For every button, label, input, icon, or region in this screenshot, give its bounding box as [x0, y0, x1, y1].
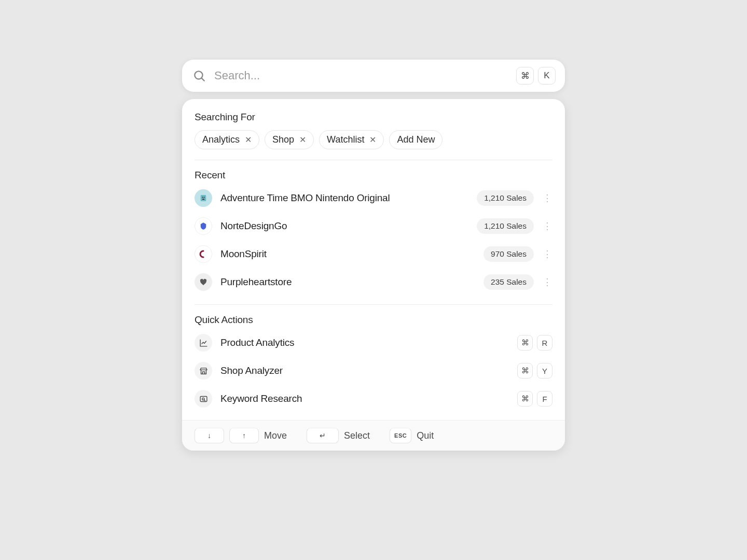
svg-rect-5	[202, 199, 205, 200]
filter-chip-shop[interactable]: Shop ✕	[265, 130, 314, 149]
search-bar: ⌘ K	[182, 60, 565, 92]
avatar	[195, 217, 212, 235]
hint-quit: ESC Quit	[390, 428, 434, 443]
filter-chips-row: Analytics ✕ Shop ✕ Watchlist ✕ Add New	[195, 130, 552, 149]
divider	[195, 304, 552, 305]
hint-label: Quit	[417, 430, 434, 441]
quick-action-keyword-research[interactable]: Keyword Research ⌘ F	[195, 387, 552, 411]
list-item-title: Purpleheartstore	[220, 276, 475, 288]
search-shortcut: ⌘ K	[516, 67, 556, 85]
filter-chip-label: Shop	[272, 134, 294, 145]
kbd-cmd: ⌘	[516, 67, 534, 85]
more-icon[interactable]: ⋮	[542, 277, 552, 287]
quick-action-shortcut: ⌘ F	[517, 391, 552, 407]
kbd-cmd: ⌘	[517, 363, 533, 379]
search-input[interactable]	[214, 69, 508, 82]
chart-icon	[195, 334, 212, 352]
sales-badge: 235 Sales	[483, 274, 534, 290]
kbd-key: F	[537, 391, 552, 407]
quick-action-shop-analyzer[interactable]: Shop Analyzer ⌘ Y	[195, 359, 552, 383]
arrow-up-icon: ↑	[229, 428, 259, 443]
more-icon[interactable]: ⋮	[542, 221, 552, 231]
list-item-title: MoonSpirit	[220, 248, 475, 260]
avatar	[195, 273, 212, 291]
divider	[195, 160, 552, 160]
avatar	[195, 245, 212, 263]
hint-move: ↓ ↑ Move	[195, 428, 287, 443]
list-item[interactable]: NorteDesignGo 1,210 Sales ⋮	[195, 214, 552, 238]
list-item-title: Adventure Time BMO Nintendo Original	[220, 192, 468, 204]
footer-hints: ↓ ↑ Move ↵ Select ESC Quit	[182, 420, 565, 451]
quick-action-product-analytics[interactable]: Product Analytics ⌘ R	[195, 331, 552, 355]
add-filter-button[interactable]: Add New	[389, 130, 442, 149]
filter-chip-watchlist[interactable]: Watchlist ✕	[319, 130, 384, 149]
storefront-icon	[195, 362, 212, 380]
list-item[interactable]: Purpleheartstore 235 Sales ⋮	[195, 270, 552, 294]
sales-badge: 1,210 Sales	[477, 218, 534, 234]
sales-badge: 970 Sales	[483, 246, 534, 262]
svg-point-3	[202, 197, 203, 198]
kbd-k: K	[538, 67, 556, 85]
list-item[interactable]: MoonSpirit 970 Sales ⋮	[195, 242, 552, 266]
avatar	[195, 189, 212, 207]
svg-line-8	[204, 400, 205, 401]
kbd-key: Y	[537, 363, 552, 379]
filter-chip-label: Analytics	[202, 134, 240, 145]
section-title-searching-for: Searching For	[195, 111, 552, 123]
hint-select: ↵ Select	[307, 428, 370, 443]
command-panel: Searching For Analytics ✕ Shop ✕ Watchli…	[182, 99, 565, 451]
kbd-cmd: ⌘	[517, 335, 533, 351]
svg-line-1	[202, 78, 204, 81]
enter-icon: ↵	[307, 428, 339, 443]
hint-label: Move	[264, 430, 287, 441]
hint-label: Select	[344, 430, 370, 441]
close-icon[interactable]: ✕	[299, 136, 306, 144]
close-icon[interactable]: ✕	[369, 136, 376, 144]
kbd-cmd: ⌘	[517, 391, 533, 407]
quick-action-title: Product Analytics	[220, 337, 509, 348]
more-icon[interactable]: ⋮	[542, 193, 552, 203]
quick-action-shortcut: ⌘ R	[517, 335, 552, 351]
close-icon[interactable]: ✕	[245, 136, 252, 144]
more-icon[interactable]: ⋮	[542, 249, 552, 259]
list-item-title: NorteDesignGo	[220, 220, 468, 232]
svg-rect-6	[200, 396, 207, 401]
sales-badge: 1,210 Sales	[477, 190, 534, 206]
search-box-icon	[195, 390, 212, 408]
esc-key: ESC	[390, 428, 411, 443]
arrow-down-icon: ↓	[195, 428, 224, 443]
quick-action-shortcut: ⌘ Y	[517, 363, 552, 379]
svg-rect-2	[201, 195, 206, 201]
quick-action-title: Shop Analyzer	[220, 365, 509, 376]
recent-list: Adventure Time BMO Nintendo Original 1,2…	[195, 186, 552, 294]
filter-chip-analytics[interactable]: Analytics ✕	[195, 130, 259, 149]
filter-chip-label: Watchlist	[327, 134, 364, 145]
section-title-quick-actions: Quick Actions	[195, 314, 552, 326]
list-item[interactable]: Adventure Time BMO Nintendo Original 1,2…	[195, 186, 552, 210]
quick-action-title: Keyword Research	[220, 393, 509, 404]
search-icon	[192, 69, 206, 82]
add-filter-label: Add New	[397, 134, 435, 145]
svg-point-4	[204, 197, 205, 198]
section-title-recent: Recent	[195, 170, 552, 181]
kbd-key: R	[537, 335, 552, 351]
quick-actions-list: Product Analytics ⌘ R Shop Analyzer ⌘ Y	[195, 331, 552, 411]
